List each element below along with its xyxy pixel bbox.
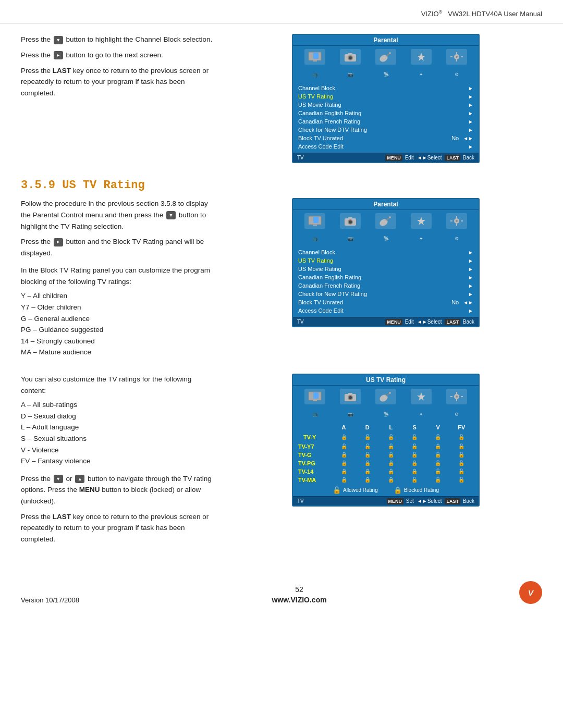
tv-y7-d: 🔓 <box>364 443 371 450</box>
svg-point-5 <box>349 56 352 59</box>
last-back-ctrl-3: LAST Back <box>445 498 474 504</box>
screen1-bottom-bar: TV MENU Edit ◄►Select LAST Back <box>293 153 479 162</box>
block-unrated-arrows: ◄► <box>463 135 473 141</box>
tv-14-s: 🔒 <box>411 468 418 475</box>
content-v: V - Violence <box>21 445 214 456</box>
svg-point-43 <box>389 392 391 394</box>
menu-item-canadian-french: Canadian French Rating ► <box>293 117 479 126</box>
parental-screen-1: Parental <box>292 34 480 163</box>
tv-y-l: 🔓 <box>388 434 394 440</box>
screen2-title: Parental <box>293 199 479 210</box>
section1-row: Press the ▼ button to highlight the Chan… <box>21 34 542 163</box>
svg-rect-36 <box>313 392 319 399</box>
tv-y7-s: 🔓 <box>411 443 418 450</box>
menu2-block-unrated: Block TV Unrated No ◄► <box>293 298 479 306</box>
svg-rect-23 <box>348 217 352 219</box>
content-s: S – Sexual situations <box>21 433 214 445</box>
tv-ma-l: 🔒 <box>388 477 394 483</box>
sub-icon-2-2: 📷 <box>340 233 361 244</box>
tv-g-l: 🔓 <box>388 452 394 458</box>
svg-marker-27 <box>417 217 425 225</box>
channel-block-label: Channel Block <box>298 85 335 91</box>
tv-y-v: 🔓 <box>435 434 441 440</box>
right-button-icon: ► <box>54 51 63 59</box>
gear-icon-2 <box>446 213 467 229</box>
sub-icon-4: ✦ <box>411 69 432 80</box>
tv-icon-2 <box>304 213 325 229</box>
us-tv-rating-label-2: US TV Rating <box>298 257 333 264</box>
page-footer: Version 10/17/2008 52 www.VIZIO.com V <box>0 581 563 620</box>
rating-tv-ma: TV-MA 🔒 🔒 🔒 🔓 🔓 🔓 <box>293 476 479 484</box>
svg-rect-31 <box>456 224 457 226</box>
canadian-english-arrow: ► <box>468 110 473 116</box>
blocked-legend: 🔒 Blocked Rating <box>394 486 439 494</box>
section1-screen-col: Parental <box>229 34 542 163</box>
menu2-canadian-french: Canadian French Rating ► <box>293 281 479 290</box>
screen1-controls: MENU Edit ◄►Select LAST Back <box>385 155 474 161</box>
channel-block-arrow: ► <box>468 85 473 91</box>
screen3-bottom-bar: TV MENU Set ◄►Select LAST Back <box>293 496 479 505</box>
gear-icon <box>446 49 467 65</box>
model-name: VW32L HDTV40A User Manual <box>448 10 542 18</box>
last-back-ctrl: LAST Back <box>445 155 474 161</box>
svg-rect-33 <box>461 220 463 221</box>
rating-col-headers: A D L S V FV <box>293 423 479 432</box>
col-fv: FV <box>454 424 469 430</box>
satellite-icon-3 <box>375 389 396 404</box>
menu2-check-dtv: Check for New DTV Rating ► <box>293 290 479 298</box>
check-dtv-label: Check for New DTV Rating <box>298 127 367 133</box>
svg-rect-14 <box>456 59 457 61</box>
canadian-french-label: Canadian French Rating <box>298 118 360 125</box>
satellite-icon <box>375 49 396 65</box>
signal-icon-3 <box>411 389 432 404</box>
screen2-bottom-bar: TV MENU Edit ◄►Select LAST Back <box>293 317 479 326</box>
menu2-access-code: Access Code Edit ► <box>293 306 479 315</box>
tv-14-a: 🔒 <box>341 468 347 475</box>
menu-item-channel-block: Channel Block ► <box>293 84 479 92</box>
tv-y-fv: 🔓 <box>458 434 464 440</box>
footer-website: www.VIZIO.com <box>272 596 326 604</box>
section2-para5: Press the ▼ or ▲ button to navigate thro… <box>21 473 214 507</box>
content-fv: FV – Fantasy violence <box>21 455 214 467</box>
us-movie-rating-arrow: ► <box>468 102 473 108</box>
svg-point-46 <box>456 396 458 398</box>
parental-screen-2: Parental <box>292 198 480 327</box>
menu-key-label: MENU <box>79 486 100 493</box>
svg-rect-32 <box>450 220 452 221</box>
svg-point-22 <box>349 220 352 224</box>
tv-y7-fv: 🔓 <box>458 443 464 450</box>
svg-rect-47 <box>456 392 457 394</box>
last-back-ctrl-2: LAST Back <box>445 319 474 325</box>
sub-icon-1: 📺 <box>304 69 325 80</box>
sub-icon-5: ⚙ <box>446 69 467 80</box>
footer-version: Version 10/17/2008 <box>21 596 79 604</box>
vizio-logo: V <box>519 581 542 604</box>
sub-icon-2-5: ⚙ <box>446 233 467 244</box>
tv-y-a: 🔒 <box>341 434 347 440</box>
section2-heading: 3.5.9 US TV Rating <box>21 179 542 192</box>
sub-icon-2-1: 📺 <box>304 233 325 244</box>
screen1-title: Parental <box>293 35 479 46</box>
footer-row: Version 10/17/2008 52 www.VIZIO.com V <box>21 581 542 604</box>
tv-icon <box>304 49 325 65</box>
col-d: D <box>360 424 375 430</box>
svg-marker-10 <box>417 53 425 61</box>
menu2-canadian-english: Canadian English Rating ► <box>293 273 479 281</box>
section1-text: Press the ▼ button to highlight the Chan… <box>21 34 214 163</box>
menu2-us-movie-rating: US Movie Rating ► <box>293 265 479 273</box>
sub-icon-3-3: 📡 <box>375 409 396 420</box>
svg-rect-1 <box>313 60 317 61</box>
tv-ma-d: 🔒 <box>364 477 371 483</box>
brand-name: VIZIO <box>421 10 439 18</box>
menu-item-block-unrated: Block TV Unrated No ◄► <box>293 134 479 142</box>
signal-icon <box>411 49 432 65</box>
satellite-icon-2 <box>375 213 396 229</box>
access-code-label: Access Code Edit <box>298 143 344 150</box>
rating-tv-pg: TV-PG 🔒 🔒 🔒 🔒 🔓 🔓 <box>293 459 479 467</box>
tv-y-cells: 🔒 🔓 🔓 🔓 🔓 🔓 <box>332 434 473 440</box>
sub-icon-3: 📡 <box>375 69 396 80</box>
ratings-list: Y – All children Y7 – Older children G –… <box>21 290 214 358</box>
svg-rect-40 <box>348 393 352 395</box>
rating-ma: MA – Mature audience <box>21 347 214 358</box>
canadian-english-label: Canadian English Rating <box>298 110 361 116</box>
